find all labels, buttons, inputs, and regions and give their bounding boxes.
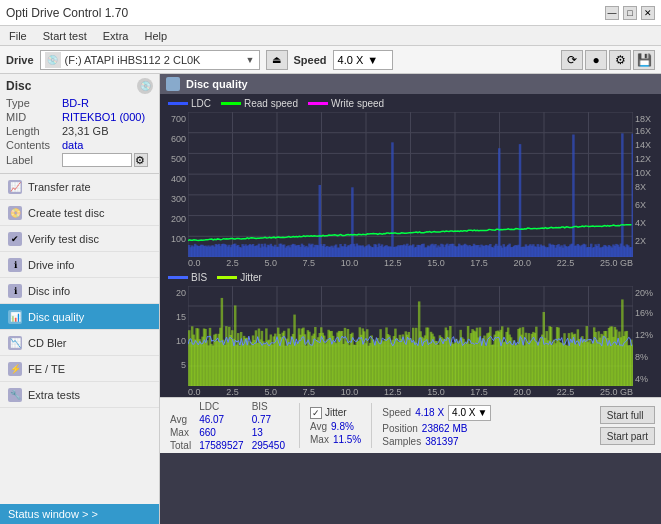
chart-title: Disc quality xyxy=(186,78,248,90)
samples-val: 381397 xyxy=(425,436,458,447)
legend-ldc-label: LDC xyxy=(191,98,211,109)
samples-row: Samples 381397 xyxy=(382,436,491,447)
chart-header: Disc quality xyxy=(160,74,661,94)
sidebar-item-verify-test-disc[interactable]: ✔ Verify test disc xyxy=(0,226,159,252)
save-button[interactable]: 💾 xyxy=(633,50,655,70)
speed-label: Speed xyxy=(294,54,327,66)
sidebar-item-drive-info[interactable]: ℹ Drive info xyxy=(0,252,159,278)
jitter-max-label: Max xyxy=(310,434,329,445)
extra-tests-icon: 🔧 xyxy=(8,388,22,402)
bis-avg: 0.77 xyxy=(248,413,289,426)
disc-label-button[interactable]: ⚙ xyxy=(134,153,148,167)
stats-table: LDC BIS Avg 46.07 0.77 Max 660 13 Total … xyxy=(166,400,289,452)
nav-label-disc-info: Disc info xyxy=(28,285,70,297)
position-val: 23862 MB xyxy=(422,423,468,434)
disc-contents-value: data xyxy=(62,139,83,151)
nav-label-fe-te: FE / TE xyxy=(28,363,65,375)
minimize-button[interactable]: — xyxy=(605,6,619,20)
nav-label-transfer-rate: Transfer rate xyxy=(28,181,91,193)
close-button[interactable]: ✕ xyxy=(641,6,655,20)
speed-select[interactable]: 4.0 X ▼ xyxy=(333,50,393,70)
legend-ldc-color xyxy=(168,102,188,105)
lower-x-axis: 0.0 2.5 5.0 7.5 10.0 12.5 15.0 17.5 20.0… xyxy=(160,386,661,397)
sidebar-item-extra-tests[interactable]: 🔧 Extra tests xyxy=(0,382,159,408)
speed-value: 4.0 X xyxy=(338,54,364,66)
nav-label-verify-test-disc: Verify test disc xyxy=(28,233,99,245)
speed-position-section: Speed 4.18 X 4.0 X ▼ Position 23862 MB S… xyxy=(382,405,491,447)
max-row-label: Max xyxy=(166,426,195,439)
jitter-avg-row: Avg 9.8% xyxy=(310,421,361,432)
disc-button[interactable]: ● xyxy=(585,50,607,70)
legend-read-speed-label: Read speed xyxy=(244,98,298,109)
sidebar-item-fe-te[interactable]: ⚡ FE / TE xyxy=(0,356,159,382)
jitter-avg-val: 9.8% xyxy=(331,421,354,432)
jitter-checkbox-row[interactable]: ✓ Jitter xyxy=(310,407,361,419)
main-layout: Disc 💿 Type BD-R MID RITEKBO1 (000) Leng… xyxy=(0,74,661,524)
sidebar-item-cd-bler[interactable]: 📉 CD Bler xyxy=(0,330,159,356)
jitter-checkbox[interactable]: ✓ xyxy=(310,407,322,419)
cd-bler-icon: 📉 xyxy=(8,336,22,350)
speed-select-small[interactable]: 4.0 X ▼ xyxy=(448,405,491,421)
settings-button[interactable]: ⚙ xyxy=(609,50,631,70)
divider-1 xyxy=(299,403,300,448)
start-part-button[interactable]: Start part xyxy=(600,427,655,445)
disc-quality-icon: 📊 xyxy=(8,310,22,324)
upper-chart-container: 700 600 500 400 300 200 100 18X 16X 14X … xyxy=(160,112,661,257)
nav-label-drive-info: Drive info xyxy=(28,259,74,271)
legend-bis: BIS xyxy=(168,272,207,283)
sidebar-item-disc-info[interactable]: ℹ Disc info xyxy=(0,278,159,304)
jitter-max-val: 11.5% xyxy=(333,434,361,445)
drive-bar: Drive 💿 (F:) ATAPI iHBS112 2 CL0K ▼ ⏏ Sp… xyxy=(0,46,661,74)
disc-label-input[interactable] xyxy=(62,153,132,167)
status-window-button[interactable]: Status window > > xyxy=(0,504,159,524)
legend-write-speed-label: Write speed xyxy=(331,98,384,109)
upper-legend: LDC Read speed Write speed xyxy=(160,94,661,112)
menu-start-test[interactable]: Start test xyxy=(40,30,90,42)
drive-icon: 💿 xyxy=(45,52,61,68)
lower-chart-area xyxy=(188,286,633,386)
divider-2 xyxy=(371,403,372,448)
action-buttons: Start full Start part xyxy=(600,406,655,445)
eject-button[interactable]: ⏏ xyxy=(266,50,288,70)
speed-stat-label: Speed xyxy=(382,407,411,418)
drive-select[interactable]: 💿 (F:) ATAPI iHBS112 2 CL0K ▼ xyxy=(40,50,260,70)
refresh-button[interactable]: ⟳ xyxy=(561,50,583,70)
sidebar-item-create-test-disc[interactable]: 📀 Create test disc xyxy=(0,200,159,226)
disc-length-value: 23,31 GB xyxy=(62,125,108,137)
lower-legend: BIS Jitter xyxy=(160,268,661,286)
start-full-button[interactable]: Start full xyxy=(600,406,655,424)
disc-mid-value: RITEKBO1 (000) xyxy=(62,111,145,123)
legend-bis-label: BIS xyxy=(191,272,207,283)
ldc-avg: 46.07 xyxy=(195,413,248,426)
disc-label-label: Label xyxy=(6,154,62,166)
disc-length-label: Length xyxy=(6,125,62,137)
status-window-label: Status window > > xyxy=(8,508,98,520)
sidebar-item-transfer-rate[interactable]: 📈 Transfer rate xyxy=(0,174,159,200)
title-bar: Opti Drive Control 1.70 — □ ✕ xyxy=(0,0,661,26)
chart-header-icon xyxy=(166,77,180,91)
maximize-button[interactable]: □ xyxy=(623,6,637,20)
sidebar-item-disc-quality[interactable]: 📊 Disc quality xyxy=(0,304,159,330)
jitter-avg-label: Avg xyxy=(310,421,327,432)
legend-jitter-color xyxy=(217,276,237,279)
upper-chart-canvas xyxy=(188,112,633,257)
upper-y-axis-right: 18X 16X 14X 12X 10X 8X 6X 4X 2X xyxy=(633,112,661,257)
sidebar: Disc 💿 Type BD-R MID RITEKBO1 (000) Leng… xyxy=(0,74,160,524)
legend-jitter-label: Jitter xyxy=(240,272,262,283)
menu-file[interactable]: File xyxy=(6,30,30,42)
disc-title: Disc xyxy=(6,79,31,93)
ldc-max: 660 xyxy=(195,426,248,439)
legend-jitter: Jitter xyxy=(217,272,262,283)
legend-ldc: LDC xyxy=(168,98,211,109)
menu-help[interactable]: Help xyxy=(141,30,170,42)
menu-extra[interactable]: Extra xyxy=(100,30,132,42)
position-label: Position xyxy=(382,423,418,434)
window-controls[interactable]: — □ ✕ xyxy=(605,6,655,20)
nav-label-disc-quality: Disc quality xyxy=(28,311,84,323)
disc-mid-label: MID xyxy=(6,111,62,123)
legend-write-speed-color xyxy=(308,102,328,105)
upper-chart-area xyxy=(188,112,633,257)
drive-info-icon: ℹ xyxy=(8,258,22,272)
legend-write-speed: Write speed xyxy=(308,98,384,109)
speed-row: Speed 4.18 X 4.0 X ▼ xyxy=(382,405,491,421)
